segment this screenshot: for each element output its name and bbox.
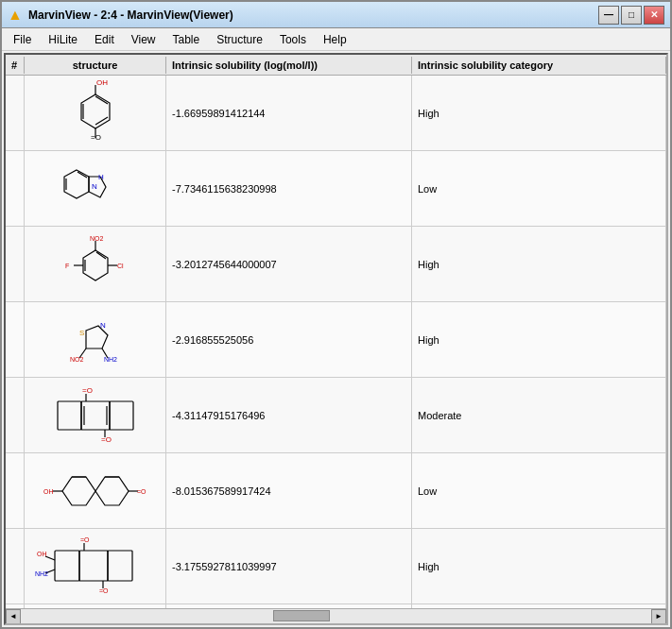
svg-text:NH2: NH2 (35, 570, 48, 577)
cell-category: Low (412, 453, 666, 528)
horizontal-scrollbar[interactable]: ◄ ► (6, 608, 666, 623)
row-number (6, 76, 25, 150)
close-button[interactable]: ✕ (644, 6, 664, 25)
menu-structure[interactable]: Structure (209, 31, 270, 48)
cell-structure: =O =O (25, 378, 166, 452)
svg-text:=O: =O (137, 488, 146, 495)
menu-tools[interactable]: Tools (272, 31, 314, 48)
scroll-track[interactable] (21, 609, 651, 623)
svg-marker-39 (62, 477, 95, 505)
scroll-right-button[interactable]: ► (651, 609, 666, 624)
svg-line-50 (45, 556, 55, 560)
svg-line-2 (95, 117, 108, 125)
svg-text:OH: OH (96, 80, 108, 87)
table-header: # structure Intrinsic solubility (log(mo… (6, 55, 666, 76)
cell-structure: OH NH2 =O =O (25, 529, 166, 604)
table-row: OH =O -8.015367589917424 Low (6, 453, 666, 529)
col-header-solubility: Intrinsic solubility (log(mol/l)) (166, 57, 412, 74)
row-number (6, 227, 25, 301)
menu-hilite[interactable]: HiLite (41, 31, 85, 48)
svg-text:H: H (98, 173, 104, 181)
col-header-category: Intrinsic solubility category (412, 57, 666, 74)
maximize-button[interactable]: □ (621, 6, 642, 25)
molecule-svg-row2: NO2 F Cl (34, 231, 157, 298)
col-header-num: # (6, 57, 25, 74)
molecule-svg-row6: OH NH2 =O =O (34, 534, 157, 600)
svg-text:OH: OH (37, 551, 47, 557)
cell-solubility: -4.31147915176496 (166, 378, 412, 452)
cell-category: Low (412, 151, 666, 226)
col-header-structure: structure (25, 57, 166, 74)
cell-category: Moderate (412, 378, 666, 452)
molecule-svg-row3: S N NO2 NH2 (34, 307, 157, 373)
cell-category: High (412, 302, 666, 377)
menu-table[interactable]: Table (165, 31, 208, 48)
content-area: # structure Intrinsic solubility (log(mo… (4, 53, 668, 625)
cell-solubility: -1.66959891412144 (166, 76, 412, 150)
table-container: # structure Intrinsic solubility (log(mo… (6, 55, 666, 623)
cell-solubility: -2.916855525056 (166, 302, 412, 377)
row-number (6, 151, 25, 226)
minimize-button[interactable]: — (598, 6, 619, 25)
svg-rect-31 (81, 401, 110, 430)
svg-rect-32 (110, 401, 133, 430)
svg-rect-48 (79, 551, 108, 581)
scroll-left-button[interactable]: ◄ (6, 609, 21, 624)
svg-text:N: N (100, 321, 106, 330)
table-row: S N NO2 NH2 -2.916855525056 (6, 302, 666, 378)
svg-rect-49 (108, 551, 132, 581)
svg-text:OH: OH (43, 488, 54, 495)
svg-text:F: F (65, 263, 69, 269)
svg-marker-40 (95, 477, 129, 505)
row-number (6, 302, 25, 377)
window-controls: — □ ✕ (598, 6, 664, 25)
svg-text:=O: =O (101, 435, 112, 444)
svg-text:=O: =O (91, 133, 101, 142)
cell-structure: OH =O (25, 76, 166, 150)
molecule-svg-row0: OH =O (34, 80, 157, 146)
svg-marker-14 (83, 250, 108, 280)
cell-solubility: -7.7346115638230998 (166, 151, 412, 226)
svg-text:N: N (92, 182, 97, 191)
table-row: N H -7.7346115638230998 Low (6, 151, 666, 227)
title-bar-left: ▲ MarvinView - 2:4 - MarvinView(Viewer) (8, 8, 233, 23)
menu-file[interactable]: File (6, 31, 39, 48)
svg-text:NO2: NO2 (70, 356, 84, 363)
molecule-svg-row4: =O =O (34, 382, 157, 449)
cell-structure: N H (25, 151, 166, 226)
scroll-thumb[interactable] (273, 610, 330, 621)
row-number (6, 529, 25, 604)
svg-text:S: S (79, 329, 84, 337)
row-number (6, 378, 25, 452)
menu-view[interactable]: View (124, 31, 164, 48)
cell-category: High (412, 529, 666, 604)
cell-solubility: -3.1755927811039997 (166, 529, 412, 604)
table-row: =O =O -4.31147915176496 Moderate (6, 378, 666, 453)
molecule-svg-row1: N H (34, 156, 157, 222)
cell-solubility: -3.2012745644000007 (166, 227, 412, 301)
title-bar: ▲ MarvinView - 2:4 - MarvinView(Viewer) … (2, 2, 670, 28)
window-title: MarvinView - 2:4 - MarvinView(Viewer) (28, 8, 233, 22)
cell-structure: NO2 F Cl (25, 227, 166, 301)
svg-text:Cl: Cl (117, 263, 124, 269)
svg-marker-8 (64, 170, 89, 198)
cell-category: High (412, 227, 666, 301)
svg-rect-30 (58, 401, 81, 430)
menu-help[interactable]: Help (316, 31, 354, 48)
cell-structure: OH =O (25, 453, 166, 528)
app-icon: ▲ (8, 8, 23, 23)
svg-text:NO2: NO2 (90, 235, 104, 242)
row-number (6, 453, 25, 528)
menu-edit[interactable]: Edit (87, 31, 122, 48)
menu-bar: File HiLite Edit View Table Structure To… (2, 28, 670, 51)
svg-rect-47 (55, 551, 79, 581)
cell-category: High (412, 76, 666, 150)
cell-structure: S N NO2 NH2 (25, 302, 166, 377)
svg-text:=O: =O (80, 536, 90, 543)
table-body[interactable]: OH =O -1.66959891412144 High (6, 76, 666, 608)
table-row: NO2 F Cl -3.2012745644000007 High (6, 227, 666, 302)
svg-text:=O: =O (99, 587, 109, 594)
table-row: OH NH2 =O =O -3.17 (6, 529, 666, 604)
table-row: OH =O -1.66959891412144 High (6, 76, 666, 151)
svg-marker-0 (81, 94, 110, 128)
